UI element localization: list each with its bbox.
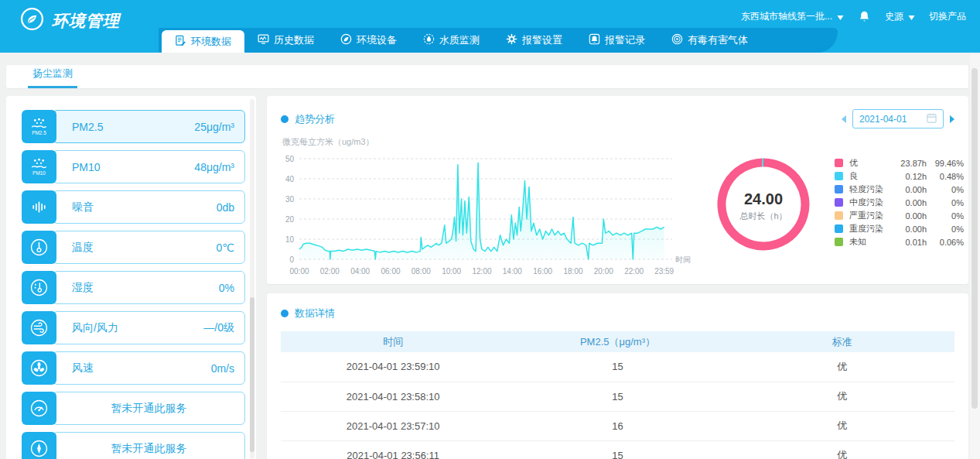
sensor-item[interactable]: PM2.5PM2.525μg/m³: [22, 110, 245, 143]
sensor-value: 25μg/m³: [194, 121, 234, 133]
wind-speed-icon: [22, 351, 56, 385]
legend-label: 重度污染: [849, 223, 894, 235]
table-cell: 15: [505, 352, 729, 382]
svg-text:02:00: 02:00: [320, 267, 340, 276]
scrollbar-thumb[interactable]: [971, 68, 978, 409]
env-data-icon: [175, 35, 186, 49]
dust-gauge-icon: [22, 392, 56, 425]
trend-title: 趋势分析: [295, 112, 335, 126]
nav-tab[interactable]: 报警记录: [575, 28, 658, 53]
legend-percent: 0%: [927, 185, 964, 194]
scrollbar-thumb[interactable]: [250, 297, 254, 452]
legend-swatch: [835, 159, 843, 167]
table-cell: 2021-04-01 23:57:10: [281, 411, 505, 440]
table-row: 2021-04-01 23:57:1016优: [281, 411, 954, 440]
date-picker[interactable]: 2021-04-01: [852, 109, 944, 128]
svg-text:04:00: 04:00: [350, 267, 370, 276]
sensor-label: 风速: [72, 361, 94, 375]
temperature-icon: [22, 231, 56, 264]
chevron-down-icon: [837, 12, 844, 22]
svg-text:10: 10: [285, 235, 295, 244]
sensor-value: 0db: [217, 201, 234, 214]
table-column-header: PM2.5（μg/m³）: [505, 331, 729, 352]
water-quality-icon: [423, 33, 435, 47]
svg-text:14:00: 14:00: [503, 267, 522, 276]
legend-row: 优23.87h99.46%: [835, 156, 964, 170]
notifications-bell-icon[interactable]: [858, 10, 871, 23]
legend-hours: 0.00h: [894, 211, 927, 221]
legend-label: 轻度污染: [849, 183, 894, 195]
donut-chart: 24.00 总时长（h）: [711, 152, 816, 260]
section-bullet-icon: [281, 310, 289, 317]
sensor-label: 温度: [72, 241, 94, 255]
nav-tab[interactable]: 报警设置: [493, 28, 575, 53]
sensor-label: 风向/风力: [72, 321, 118, 335]
sensor-item[interactable]: 风向/风力—/0级: [22, 311, 245, 344]
table-cell: 16: [505, 411, 729, 440]
date-prev-button[interactable]: [842, 115, 846, 123]
legend-hours: 0.00h: [894, 185, 927, 194]
nav-tab[interactable]: 水质监测: [410, 28, 493, 53]
details-table: 时间PM2.5（μg/m³）标准 2021-04-01 23:59:1015优2…: [281, 331, 954, 459]
data-details-card: 数据详情 时间PM2.5（μg/m³）标准 2021-04-01 23:59:1…: [267, 293, 968, 459]
legend-hours: 0.00h: [894, 198, 927, 207]
switch-product-link[interactable]: 切换产品: [929, 10, 966, 23]
legend-row: 未知0.01h0.06%: [835, 235, 964, 248]
line-chart: 微克每立方米（ug/m3） 0102030405000:0002:0004:00…: [271, 132, 698, 284]
sensor-label: 噪音: [72, 200, 94, 214]
legend-hours: 0.00h: [894, 224, 927, 234]
sensor-label: PM2.5: [72, 121, 103, 133]
sensor-panel-scrollbar[interactable]: [250, 99, 254, 459]
trend-card-header: 趋势分析 2021-04-01: [267, 96, 968, 132]
sensor-item[interactable]: 噪音0db: [22, 190, 245, 224]
history-data-icon: [258, 33, 269, 47]
legend-percent: 0.48%: [927, 172, 964, 181]
svg-text:时间: 时间: [675, 255, 691, 264]
user-menu[interactable]: 史源: [885, 10, 915, 23]
svg-text:20:00: 20:00: [594, 267, 613, 276]
sensor-item[interactable]: 温度0℃: [22, 231, 245, 264]
legend-row: 中度污染0.00h0%: [835, 196, 964, 209]
table-column-header: 时间: [281, 331, 505, 352]
sensor-item[interactable]: 湿度0%: [22, 271, 245, 304]
svg-text:10:00: 10:00: [442, 267, 461, 276]
nav-tab[interactable]: 有毒有害气体: [658, 28, 761, 53]
legend-label: 中度污染: [849, 197, 894, 208]
date-next-button[interactable]: [950, 115, 954, 123]
y-axis-label: 微克每立方米（ug/m3）: [282, 136, 698, 148]
sensor-value: 0m/s: [211, 362, 234, 375]
app-header: 环境管理 东西城市轴线第一批... 史源 切换产品 环境数据历史数据环境设备水质…: [0, 0, 980, 53]
legend-label: 严重污染: [849, 210, 894, 221]
table-cell: 2021-04-01 23:58:10: [281, 382, 505, 411]
user-name: 史源: [885, 10, 903, 23]
project-selector[interactable]: 东西城市轴线第一批...: [741, 10, 844, 23]
table-cell: 优: [730, 440, 954, 459]
toxic-gas-icon: [671, 33, 683, 47]
page-scrollbar[interactable]: [970, 54, 980, 459]
sensor-label: PM10: [72, 161, 101, 173]
date-value: 2021-04-01: [859, 114, 907, 125]
tab-dust-monitoring[interactable]: 扬尘监测: [28, 67, 77, 88]
table-column-header: 标准: [730, 331, 954, 352]
content: PM2.5PM2.525μg/m³PM10PM1048μg/m³噪音0db温度0…: [6, 96, 968, 459]
legend-swatch: [835, 198, 843, 207]
sensor-item[interactable]: 风速0m/s: [22, 351, 245, 385]
nav-tab[interactable]: 历史数据: [244, 28, 327, 53]
sensor-item[interactable]: 暂未开通此服务: [22, 392, 245, 425]
table-cell: 优: [730, 411, 954, 440]
sensor-label: 湿度: [72, 281, 94, 295]
table-cell: 2021-04-01 23:56:11: [281, 440, 505, 459]
legend-percent: 0%: [927, 211, 964, 221]
subtab-bar: 扬尘监测: [6, 65, 968, 88]
sensor-item[interactable]: PM10PM1048μg/m³: [22, 150, 245, 183]
sensor-item[interactable]: 暂未开通此服务: [22, 432, 245, 459]
svg-text:16:00: 16:00: [533, 267, 552, 276]
table-row: 2021-04-01 23:56:1115优: [281, 440, 954, 459]
nav-tab[interactable]: 环境数据: [162, 30, 244, 53]
leaf-logo-icon: [20, 7, 44, 34]
svg-text:PM10: PM10: [32, 170, 46, 176]
sensor-value: —/0级: [203, 321, 234, 335]
nav-tab[interactable]: 环境设备: [327, 28, 410, 53]
main-column: 趋势分析 2021-04-01: [267, 96, 968, 459]
legend-swatch: [835, 238, 843, 246]
